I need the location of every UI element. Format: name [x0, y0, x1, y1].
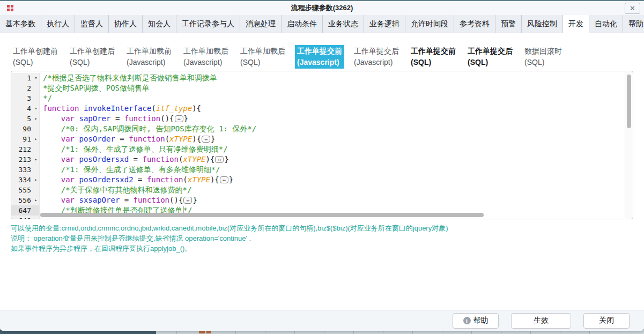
tab-8[interactable]: 启动条件: [282, 15, 323, 33]
help-button[interactable]: i帮助: [453, 313, 499, 329]
code-token: function: [129, 135, 165, 143]
subtab-3[interactable]: 工作单加载前(Javascript): [124, 45, 174, 69]
subtab-8[interactable]: 工作单提交前(SQL): [409, 45, 458, 69]
code-text[interactable]: */: [40, 93, 625, 103]
close-dialog-button[interactable]: 关闭: [583, 313, 630, 329]
tab-1[interactable]: 基本参数: [0, 15, 41, 33]
code-token: [43, 165, 61, 174]
code-text[interactable]: var sxsapOrer = function(){↔}: [40, 195, 625, 205]
subtab-language: (Javascript): [127, 57, 172, 68]
code-token: =: [110, 114, 124, 123]
code-token: /*关于保修中有其他物料和送修费的*/: [61, 185, 192, 194]
code-text[interactable]: /*1: 保外、生成了送修单、有多条维修明细*/: [40, 165, 625, 175]
code-text[interactable]: /*0: 保内,SAP调拨同时, 告知POS库存变化 1: 保外*/: [40, 124, 625, 134]
fold-closed-icon[interactable]: ▸: [33, 175, 40, 185]
tab-7[interactable]: 消息处理: [240, 15, 282, 33]
folded-code-widget[interactable]: ↔: [183, 197, 192, 204]
vertical-scrollbar[interactable]: [625, 72, 632, 218]
tab-14[interactable]: 风险控制: [522, 15, 563, 33]
code-text[interactable]: var posOrder = function(xTYPE){↔}: [40, 134, 625, 144]
fold-closed-icon[interactable]: ▸: [33, 134, 40, 144]
subtab-6[interactable]: 工作单提交前(Javascript): [295, 45, 344, 69]
code-token: sapOrer: [79, 114, 110, 123]
fold-open-icon[interactable]: ▾: [33, 73, 40, 83]
code-line: 213▸ var posOrdersxd = function(xTYPE){↔…: [11, 154, 625, 165]
fold-gutter: [33, 124, 40, 134]
subtab-5[interactable]: 工作单加载后(SQL): [238, 45, 287, 69]
code-text[interactable]: var posOrdersxd = function(xTYPE){↔}: [40, 154, 625, 165]
horizontal-scrollbar[interactable]: [40, 213, 624, 217]
fold-closed-icon[interactable]: ▸: [33, 154, 40, 165]
close-button[interactable]: ✕: [625, 3, 640, 14]
line-number: 90: [11, 124, 33, 134]
code-text[interactable]: function invokeInterface(itf_type){: [40, 103, 625, 114]
code-line: 5▸ var sapOrer = function(){↔}: [11, 114, 625, 124]
tab-15[interactable]: 开发: [563, 15, 589, 33]
horizontal-scrollbar-thumb[interactable]: [40, 213, 484, 217]
code-token: var: [61, 175, 75, 184]
code-editor[interactable]: 1▾/*根据是否选了物料来做判断是否做销售单和调拨单2*提交时SAP调拨、POS…: [11, 71, 633, 219]
fold-gutter: [33, 185, 40, 195]
subtab-4[interactable]: 工作单加载后(Javascript): [181, 45, 231, 69]
code-text[interactable]: var posOrdersxd2 = function(xTYPE){↔}: [40, 175, 625, 185]
subtab-1[interactable]: 工作单创建前(SQL): [11, 45, 60, 69]
code-text[interactable]: /*关于保修中有其他物料和送修费的*/: [40, 185, 625, 195]
tab-10[interactable]: 业务逻辑: [364, 15, 405, 33]
code-token: (: [183, 175, 187, 184]
tab-16[interactable]: 自动化: [589, 15, 623, 33]
tab-6[interactable]: 工作记录参与人: [176, 15, 240, 33]
vertical-scrollbar-thumb[interactable]: [627, 75, 631, 128]
subtab-language: (Javascript): [297, 57, 342, 68]
help-text: 可以使用的变量:crmid,ordid,crmmc,ordno,jbid,wrk…: [11, 223, 633, 254]
fold-closed-icon[interactable]: ▸: [33, 114, 40, 124]
code-area[interactable]: 1▾/*根据是否选了物料来做判断是否做销售单和调拨单2*提交时SAP调拨、POS…: [11, 71, 625, 219]
button-label: 关闭: [599, 316, 614, 325]
code-token: }: [184, 114, 188, 123]
code-token: *提交时SAP调拨、POS做销售单: [43, 84, 150, 92]
code-text[interactable]: /*根据是否选了物料来做判断是否做销售单和调拨单: [40, 73, 625, 83]
fold-gutter: [33, 216, 40, 219]
subtab-7[interactable]: 工作单提交后(Javascript): [352, 45, 401, 69]
tab-5[interactable]: 知会人: [143, 15, 176, 33]
code-text[interactable]: var sapOrer = function(){↔}: [40, 114, 625, 124]
line-number: 213: [11, 154, 33, 165]
subtab-title: 工作单创建后: [70, 47, 115, 55]
code-token: xTYPE: [169, 135, 192, 143]
apply-button[interactable]: 生效: [511, 313, 571, 329]
line-number: 4: [11, 103, 33, 114]
tab-2[interactable]: 执行人: [41, 15, 75, 33]
tab-12[interactable]: 参考资料: [454, 15, 495, 33]
tab-content-dev: 工作单创建前(SQL)工作单创建后(SQL)工作单加载前(Javascript)…: [0, 33, 644, 310]
tab-17[interactable]: 帮助: [623, 15, 644, 33]
folded-code-widget[interactable]: ↔: [215, 156, 224, 163]
code-text[interactable]: *提交时SAP调拨、POS做销售单: [40, 83, 625, 93]
tab-3[interactable]: 监督人: [75, 15, 109, 33]
subtab-9[interactable]: 工作单提交后(SQL): [465, 45, 515, 69]
subtab-language: (SQL): [13, 57, 58, 68]
subtab-title: 工作单提交前: [297, 47, 342, 55]
subtab-title: 工作单加载后: [240, 47, 285, 55]
tab-13[interactable]: 预警: [495, 15, 522, 33]
folded-code-widget[interactable]: ↔: [175, 115, 183, 122]
code-line: 212 /*1: 保外、生成了送修单、只有净维修费明细*/: [11, 144, 625, 154]
tab-11[interactable]: 允许时间段: [405, 15, 454, 33]
fold-open-icon[interactable]: ▾: [33, 103, 40, 114]
code-token: (: [165, 135, 169, 143]
code-line: 3*/: [11, 93, 625, 103]
tab-4[interactable]: 协作人: [109, 15, 143, 33]
line-number: 3: [11, 93, 33, 103]
folded-code-widget[interactable]: ↔: [202, 136, 210, 143]
subtab-2[interactable]: 工作单创建后(SQL): [68, 45, 117, 69]
code-line: 555 /*关于保修中有其他物料和送修费的*/: [11, 185, 625, 195]
fold-closed-icon[interactable]: ▸: [33, 195, 40, 205]
subtab-title: 工作单提交前: [411, 47, 456, 55]
code-token: /*1: 保外、生成了送修单、有多条维修明细*/: [61, 165, 220, 174]
footer-bar: i帮助生效关闭: [0, 310, 644, 331]
code-text[interactable]: /*1: 保外、生成了送修单、只有净维修费明细*/: [40, 144, 625, 154]
folded-code-widget[interactable]: ↔: [220, 176, 228, 183]
code-token: =: [120, 196, 133, 204]
line-number: 647: [11, 205, 33, 216]
tab-9[interactable]: 业务状态: [323, 15, 364, 33]
subtab-10[interactable]: 数据回滚时(SQL): [522, 45, 564, 69]
subtab-language: (SQL): [524, 57, 562, 68]
